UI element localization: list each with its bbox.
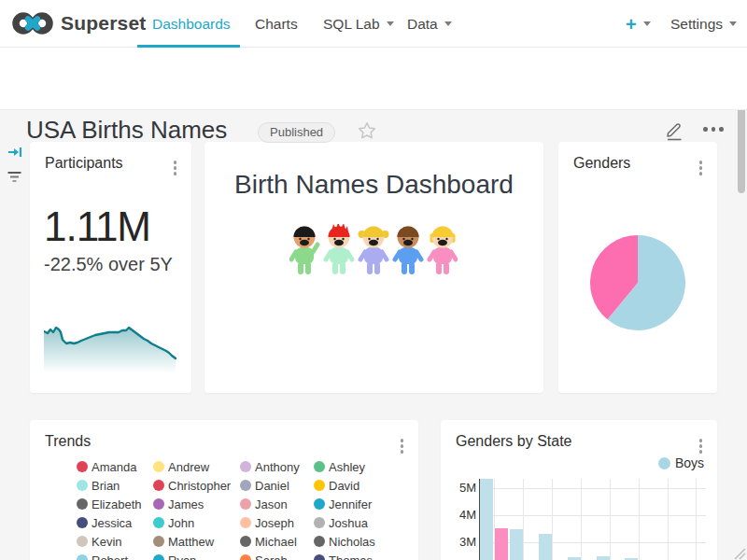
legend-dot (658, 457, 670, 469)
bar-boys[interactable] (539, 534, 552, 560)
genders-pie[interactable] (586, 231, 689, 334)
legend-item[interactable]: Nicholas (314, 535, 416, 549)
bar-girls[interactable] (495, 528, 508, 560)
legend-dot (77, 498, 88, 510)
y-axis-tick: 5M (441, 481, 476, 495)
nav-item-charts[interactable]: Charts (255, 0, 298, 48)
legend-item[interactable]: John (153, 516, 240, 530)
legend-dot (77, 554, 88, 560)
legend-item[interactable]: Daniel (240, 479, 314, 493)
brand-name: Superset (61, 12, 146, 35)
bar-boys[interactable] (597, 556, 610, 560)
legend-item[interactable]: Kevin (77, 535, 153, 549)
legend-item[interactable]: Ashley (314, 460, 416, 474)
legend-label: Amanda (92, 460, 136, 474)
gridline-v (552, 479, 553, 560)
legend-label: David (329, 479, 359, 493)
big-number-subtitle: -22.5% over 5Y (44, 254, 173, 275)
legend-label: Ashley (329, 460, 365, 474)
gridline-v (523, 479, 524, 560)
settings-menu[interactable]: Settings (670, 0, 737, 48)
participants-sparkline[interactable] (44, 317, 176, 375)
legend-item[interactable]: Robert (77, 553, 153, 560)
kebab-menu-icon[interactable] (399, 437, 406, 455)
y-axis-tick: 3M (441, 535, 476, 549)
nav-item-sql-lab[interactable]: SQL Lab (323, 0, 394, 48)
chart-title: Genders by State (456, 433, 572, 450)
legend-item[interactable]: Thomas (314, 553, 416, 560)
legend-item[interactable]: Amanda (77, 460, 153, 474)
legend-item[interactable]: Ryan (153, 553, 240, 560)
legend-label: Robert (92, 553, 128, 560)
legend-item[interactable]: Christopher (153, 479, 240, 493)
big-number-value: 1.11M (44, 203, 150, 250)
legend-item[interactable]: Jason (240, 497, 314, 511)
legend-dot (240, 498, 251, 510)
legend-item[interactable]: Jessica (77, 516, 153, 530)
legend-dot (77, 517, 88, 528)
legend-dot (240, 554, 251, 560)
legend-item[interactable]: Joseph (240, 516, 314, 530)
filters-button[interactable] (7, 170, 22, 187)
legend-label: Jason (255, 497, 288, 511)
kebab-menu-icon[interactable] (698, 159, 705, 177)
bar-boys[interactable] (480, 479, 493, 560)
trends-card: Trends AmandaAndrewAnthonyAshleyBrianChr… (30, 420, 418, 560)
arrow-to-bar-icon (7, 146, 22, 159)
legend-label: Joseph (255, 516, 294, 530)
legend-label: Christopher (168, 479, 231, 493)
favorite-star-button[interactable] (358, 121, 376, 144)
superset-logo[interactable]: Superset (12, 9, 146, 37)
legend-dot (314, 536, 325, 547)
published-badge[interactable]: Published (258, 122, 335, 143)
legend-item[interactable]: Sarah (240, 553, 314, 560)
legend-item[interactable]: Matthew (153, 535, 240, 549)
legend-dot (314, 554, 325, 560)
legend-dot (153, 498, 164, 510)
trends-legend: AmandaAndrewAnthonyAshleyBrianChristophe… (77, 457, 416, 560)
legend-label: Thomas (329, 553, 373, 560)
nav-item-dashboards[interactable]: Dashboards (152, 0, 231, 48)
kebab-menu-icon[interactable] (698, 437, 705, 455)
legend-item[interactable]: Anthony (240, 460, 314, 474)
legend-item[interactable]: Andrew (153, 460, 240, 474)
legend-item[interactable]: Elizabeth (77, 497, 153, 511)
gridline-v (639, 479, 640, 560)
children-illustration (289, 224, 458, 280)
new-item-button[interactable]: + (626, 0, 651, 48)
chart-title: Participants (45, 155, 123, 172)
legend-label: Ryan (168, 553, 196, 560)
gridline-v (610, 479, 611, 560)
gridline-v (696, 479, 697, 560)
edit-dashboard-button[interactable] (665, 119, 684, 145)
legend-label: Joshua (329, 516, 368, 530)
bar-boys[interactable] (510, 529, 523, 560)
legend-label: Jessica (92, 516, 132, 530)
resize-grip[interactable] (734, 547, 746, 560)
legend-label: Kevin (92, 535, 122, 549)
gbs-legend-item[interactable]: Boys (658, 455, 704, 470)
gridline-v (668, 479, 669, 560)
more-actions-button[interactable] (703, 127, 724, 132)
legend-dot (314, 517, 325, 528)
gridline-h (479, 515, 706, 516)
page-title: USA Births Names (26, 116, 227, 145)
legend-item[interactable]: Jennifer (314, 497, 416, 511)
kebab-menu-icon[interactable] (172, 159, 179, 177)
legend-item[interactable]: James (153, 497, 240, 511)
nav-item-data[interactable]: Data (407, 0, 452, 48)
top-nav: Superset Dashboards Charts SQL Lab Data … (0, 0, 747, 48)
legend-dot (240, 536, 251, 547)
legend-item[interactable]: Michael (240, 535, 314, 549)
legend-item[interactable]: Joshua (314, 516, 416, 530)
legend-dot (77, 536, 88, 547)
legend-label: Michael (255, 535, 297, 549)
expand-filter-bar-button[interactable] (7, 146, 22, 162)
star-icon (358, 121, 376, 140)
legend-item[interactable]: David (314, 479, 416, 493)
plus-icon: + (626, 15, 637, 34)
chart-title: Genders (573, 155, 630, 172)
superset-infinity-icon (12, 9, 53, 37)
legend-dot (153, 461, 164, 472)
legend-item[interactable]: Brian (77, 479, 153, 493)
